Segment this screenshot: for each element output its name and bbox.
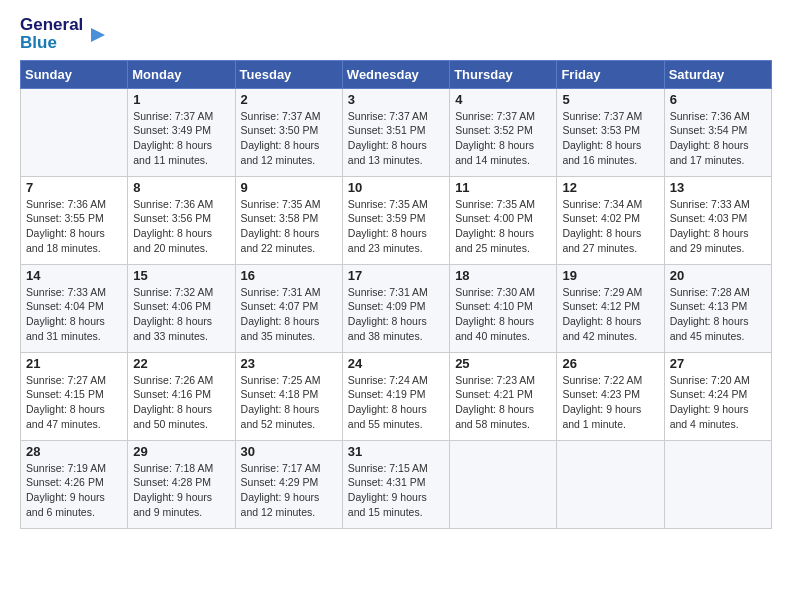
calendar-cell: 3Sunrise: 7:37 AMSunset: 3:51 PMDaylight… [342,88,449,176]
day-number: 4 [455,92,551,107]
calendar-cell: 9Sunrise: 7:35 AMSunset: 3:58 PMDaylight… [235,176,342,264]
logo-arrow-icon [87,24,109,46]
day-info: Sunrise: 7:37 AMSunset: 3:50 PMDaylight:… [241,109,337,168]
calendar-cell: 17Sunrise: 7:31 AMSunset: 4:09 PMDayligh… [342,264,449,352]
day-info: Sunrise: 7:24 AMSunset: 4:19 PMDaylight:… [348,373,444,432]
calendar-cell: 4Sunrise: 7:37 AMSunset: 3:52 PMDaylight… [450,88,557,176]
day-number: 30 [241,444,337,459]
day-info: Sunrise: 7:27 AMSunset: 4:15 PMDaylight:… [26,373,122,432]
logo-text-block: General Blue [20,16,83,52]
calendar-cell: 28Sunrise: 7:19 AMSunset: 4:26 PMDayligh… [21,440,128,528]
calendar-cell [450,440,557,528]
day-info: Sunrise: 7:32 AMSunset: 4:06 PMDaylight:… [133,285,229,344]
day-number: 1 [133,92,229,107]
day-number: 9 [241,180,337,195]
calendar-cell: 23Sunrise: 7:25 AMSunset: 4:18 PMDayligh… [235,352,342,440]
header-day-saturday: Saturday [664,60,771,88]
day-info: Sunrise: 7:37 AMSunset: 3:51 PMDaylight:… [348,109,444,168]
day-number: 5 [562,92,658,107]
day-number: 10 [348,180,444,195]
day-info: Sunrise: 7:33 AMSunset: 4:04 PMDaylight:… [26,285,122,344]
day-number: 21 [26,356,122,371]
header-day-friday: Friday [557,60,664,88]
header-day-sunday: Sunday [21,60,128,88]
day-info: Sunrise: 7:36 AMSunset: 3:54 PMDaylight:… [670,109,766,168]
calendar-cell: 29Sunrise: 7:18 AMSunset: 4:28 PMDayligh… [128,440,235,528]
day-info: Sunrise: 7:34 AMSunset: 4:02 PMDaylight:… [562,197,658,256]
calendar-cell: 19Sunrise: 7:29 AMSunset: 4:12 PMDayligh… [557,264,664,352]
calendar-cell: 14Sunrise: 7:33 AMSunset: 4:04 PMDayligh… [21,264,128,352]
calendar-cell: 6Sunrise: 7:36 AMSunset: 3:54 PMDaylight… [664,88,771,176]
calendar-cell: 2Sunrise: 7:37 AMSunset: 3:50 PMDaylight… [235,88,342,176]
calendar-cell: 16Sunrise: 7:31 AMSunset: 4:07 PMDayligh… [235,264,342,352]
day-info: Sunrise: 7:35 AMSunset: 3:58 PMDaylight:… [241,197,337,256]
day-number: 7 [26,180,122,195]
week-row-2: 7Sunrise: 7:36 AMSunset: 3:55 PMDaylight… [21,176,772,264]
calendar-cell: 8Sunrise: 7:36 AMSunset: 3:56 PMDaylight… [128,176,235,264]
day-info: Sunrise: 7:20 AMSunset: 4:24 PMDaylight:… [670,373,766,432]
calendar-cell: 27Sunrise: 7:20 AMSunset: 4:24 PMDayligh… [664,352,771,440]
day-info: Sunrise: 7:30 AMSunset: 4:10 PMDaylight:… [455,285,551,344]
day-number: 14 [26,268,122,283]
day-info: Sunrise: 7:37 AMSunset: 3:52 PMDaylight:… [455,109,551,168]
page-header: General Blue [20,16,772,52]
calendar-cell: 10Sunrise: 7:35 AMSunset: 3:59 PMDayligh… [342,176,449,264]
day-info: Sunrise: 7:29 AMSunset: 4:12 PMDaylight:… [562,285,658,344]
header-day-monday: Monday [128,60,235,88]
day-number: 25 [455,356,551,371]
calendar-header: SundayMondayTuesdayWednesdayThursdayFrid… [21,60,772,88]
week-row-1: 1Sunrise: 7:37 AMSunset: 3:49 PMDaylight… [21,88,772,176]
calendar-body: 1Sunrise: 7:37 AMSunset: 3:49 PMDaylight… [21,88,772,528]
calendar-cell: 31Sunrise: 7:15 AMSunset: 4:31 PMDayligh… [342,440,449,528]
day-info: Sunrise: 7:37 AMSunset: 3:53 PMDaylight:… [562,109,658,168]
calendar-cell [664,440,771,528]
day-info: Sunrise: 7:31 AMSunset: 4:07 PMDaylight:… [241,285,337,344]
day-number: 11 [455,180,551,195]
calendar-cell: 12Sunrise: 7:34 AMSunset: 4:02 PMDayligh… [557,176,664,264]
calendar-cell: 21Sunrise: 7:27 AMSunset: 4:15 PMDayligh… [21,352,128,440]
day-info: Sunrise: 7:36 AMSunset: 3:55 PMDaylight:… [26,197,122,256]
logo-blue: Blue [20,34,57,52]
day-number: 31 [348,444,444,459]
calendar-cell: 15Sunrise: 7:32 AMSunset: 4:06 PMDayligh… [128,264,235,352]
calendar-cell: 13Sunrise: 7:33 AMSunset: 4:03 PMDayligh… [664,176,771,264]
day-number: 3 [348,92,444,107]
calendar-cell: 7Sunrise: 7:36 AMSunset: 3:55 PMDaylight… [21,176,128,264]
day-info: Sunrise: 7:35 AMSunset: 3:59 PMDaylight:… [348,197,444,256]
calendar-cell: 18Sunrise: 7:30 AMSunset: 4:10 PMDayligh… [450,264,557,352]
day-number: 13 [670,180,766,195]
day-info: Sunrise: 7:23 AMSunset: 4:21 PMDaylight:… [455,373,551,432]
day-number: 19 [562,268,658,283]
day-number: 8 [133,180,229,195]
day-info: Sunrise: 7:25 AMSunset: 4:18 PMDaylight:… [241,373,337,432]
day-number: 6 [670,92,766,107]
day-number: 28 [26,444,122,459]
day-info: Sunrise: 7:26 AMSunset: 4:16 PMDaylight:… [133,373,229,432]
calendar-cell: 1Sunrise: 7:37 AMSunset: 3:49 PMDaylight… [128,88,235,176]
calendar-cell: 24Sunrise: 7:24 AMSunset: 4:19 PMDayligh… [342,352,449,440]
day-info: Sunrise: 7:33 AMSunset: 4:03 PMDaylight:… [670,197,766,256]
calendar-cell: 30Sunrise: 7:17 AMSunset: 4:29 PMDayligh… [235,440,342,528]
day-number: 18 [455,268,551,283]
day-number: 26 [562,356,658,371]
svg-marker-0 [91,28,105,42]
day-info: Sunrise: 7:37 AMSunset: 3:49 PMDaylight:… [133,109,229,168]
week-row-3: 14Sunrise: 7:33 AMSunset: 4:04 PMDayligh… [21,264,772,352]
day-info: Sunrise: 7:18 AMSunset: 4:28 PMDaylight:… [133,461,229,520]
day-info: Sunrise: 7:36 AMSunset: 3:56 PMDaylight:… [133,197,229,256]
day-number: 22 [133,356,229,371]
calendar-cell: 26Sunrise: 7:22 AMSunset: 4:23 PMDayligh… [557,352,664,440]
day-info: Sunrise: 7:35 AMSunset: 4:00 PMDaylight:… [455,197,551,256]
header-row: SundayMondayTuesdayWednesdayThursdayFrid… [21,60,772,88]
day-number: 17 [348,268,444,283]
header-day-thursday: Thursday [450,60,557,88]
calendar-table: SundayMondayTuesdayWednesdayThursdayFrid… [20,60,772,529]
day-info: Sunrise: 7:15 AMSunset: 4:31 PMDaylight:… [348,461,444,520]
day-number: 29 [133,444,229,459]
calendar-cell: 5Sunrise: 7:37 AMSunset: 3:53 PMDaylight… [557,88,664,176]
day-number: 15 [133,268,229,283]
week-row-5: 28Sunrise: 7:19 AMSunset: 4:26 PMDayligh… [21,440,772,528]
day-info: Sunrise: 7:22 AMSunset: 4:23 PMDaylight:… [562,373,658,432]
day-number: 24 [348,356,444,371]
calendar-cell: 22Sunrise: 7:26 AMSunset: 4:16 PMDayligh… [128,352,235,440]
